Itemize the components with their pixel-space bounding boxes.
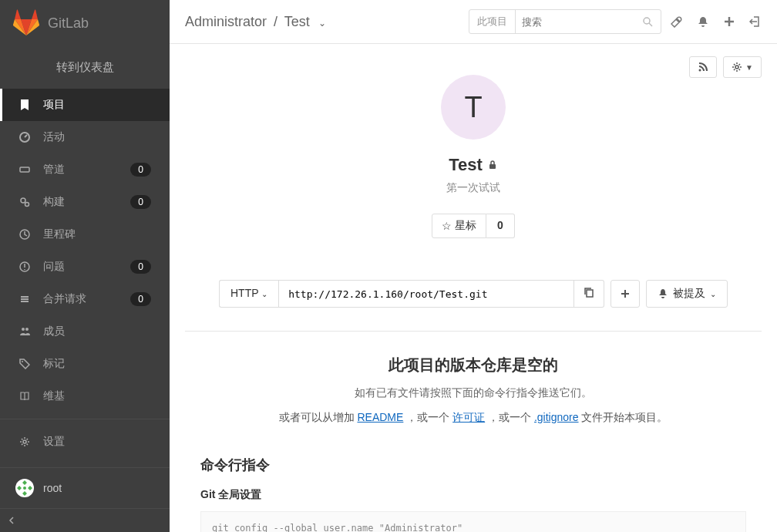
- rss-button[interactable]: [689, 56, 717, 78]
- exclamation-icon: [18, 261, 31, 272]
- sidebar-nav: 项目 活动 管道 0 构建 0 里程碑 问题 0 合并请求 0: [0, 89, 170, 467]
- gears-icon: [18, 197, 31, 207]
- chevron-down-icon: ⌄: [318, 18, 326, 29]
- sidebar-item-settings[interactable]: 设置: [0, 426, 170, 458]
- breadcrumb[interactable]: Administrator / Test ⌄: [185, 14, 469, 30]
- sidebar-item-issues[interactable]: 问题 0: [0, 251, 170, 283]
- chevron-down-icon: ⌄: [261, 290, 267, 298]
- sidebar-item-merge[interactable]: 合并请求 0: [0, 283, 170, 315]
- search-group: 此项目: [469, 9, 661, 34]
- sidebar-collapse[interactable]: [0, 508, 170, 532]
- svg-point-11: [22, 361, 23, 362]
- brand-name: GitLab: [48, 15, 89, 32]
- empty-title: 此项目的版本仓库是空的: [200, 355, 746, 375]
- search-scope[interactable]: 此项目: [469, 10, 516, 33]
- svg-rect-19: [587, 290, 593, 297]
- sidebar-item-label: 维基: [43, 389, 151, 403]
- content-toolbar: ▼: [689, 56, 762, 78]
- empty-subtitle: 如有已有文件请按照下面的命令行指令推送它们。: [200, 386, 746, 400]
- sidebar-item-label: 管道: [43, 163, 130, 177]
- sidebar-item-labels[interactable]: 标记: [0, 348, 170, 380]
- svg-rect-1: [20, 167, 29, 172]
- breadcrumb-owner: Administrator: [185, 14, 267, 29]
- sidebar-item-pipelines[interactable]: 管道 0: [0, 153, 170, 186]
- project-description: 第一次试试: [185, 181, 762, 195]
- svg-point-17: [735, 66, 738, 69]
- search-icon[interactable]: [634, 16, 661, 27]
- sidebar-badge: 0: [130, 260, 151, 274]
- sidebar-item-activity[interactable]: 活动: [0, 121, 170, 153]
- user-name: root: [43, 482, 62, 494]
- chevron-down-icon: ⌄: [710, 290, 716, 298]
- sidebar-item-label: 合并请求: [43, 292, 130, 306]
- bookmark-icon: [18, 99, 31, 110]
- copy-button[interactable]: [574, 280, 604, 308]
- signout-icon[interactable]: [749, 15, 762, 28]
- sidebar-header[interactable]: GitLab: [0, 0, 170, 46]
- gear-icon: [732, 62, 742, 72]
- svg-point-14: [23, 487, 26, 490]
- sidebar-item-project[interactable]: 项目: [0, 89, 170, 121]
- copy-icon: [584, 287, 594, 298]
- sidebar: GitLab 转到仪表盘 项目 活动 管道 0 构建 0 里程碑 问题 0: [0, 0, 170, 532]
- sidebar-badge: 0: [130, 195, 151, 209]
- svg-rect-8: [21, 301, 29, 302]
- project-name: Test: [185, 155, 762, 175]
- bell-icon[interactable]: [697, 15, 709, 28]
- breadcrumb-sep: /: [274, 14, 278, 29]
- sidebar-item-label: 成员: [43, 325, 151, 338]
- merge-icon: [18, 294, 31, 305]
- sidebar-badge: 0: [130, 292, 151, 306]
- breadcrumb-project: Test: [284, 14, 310, 29]
- readme-link[interactable]: README: [357, 411, 403, 423]
- sidebar-user[interactable]: root: [0, 467, 170, 508]
- topbar: Administrator / Test ⌄ 此项目: [170, 0, 777, 44]
- sidebar-item-wiki[interactable]: 维基: [0, 380, 170, 412]
- tags-icon: [18, 359, 31, 369]
- sidebar-item-members[interactable]: 成员: [0, 315, 170, 348]
- sidebar-item-label: 里程碑: [43, 227, 151, 241]
- sidebar-item-label: 活动: [43, 130, 151, 144]
- svg-rect-6: [21, 296, 29, 298]
- project-header: T Test 第一次试试 ☆ 星标 0: [185, 59, 762, 261]
- wrench-icon[interactable]: [671, 15, 683, 28]
- svg-point-16: [699, 69, 701, 72]
- clone-protocol-dropdown[interactable]: HTTP ⌄: [219, 280, 278, 308]
- clock-icon: [18, 229, 31, 240]
- sidebar-item-label: 问题: [43, 260, 130, 274]
- sidebar-badge: 0: [130, 163, 151, 177]
- sidebar-divider: [0, 419, 170, 419]
- svg-point-2: [21, 198, 25, 203]
- plus-icon: [621, 289, 630, 298]
- clone-url-input[interactable]: [278, 280, 574, 308]
- license-link[interactable]: 许可证: [452, 411, 485, 423]
- git-cmd-block[interactable]: git config --global user.name "Administr…: [200, 511, 746, 532]
- gitignore-link[interactable]: .gitignore: [534, 411, 579, 423]
- search-input[interactable]: [516, 12, 634, 32]
- sidebar-item-builds[interactable]: 构建 0: [0, 186, 170, 218]
- star-button[interactable]: ☆ 星标: [432, 214, 486, 238]
- bell-icon: [658, 288, 668, 299]
- empty-repo: 此项目的版本仓库是空的 如有已有文件请按照下面的命令行指令推送它们。 或者可以从…: [185, 331, 762, 532]
- sidebar-item-label: 项目: [43, 98, 151, 112]
- notification-dropdown[interactable]: 被提及 ⌄: [646, 280, 728, 308]
- cmd-title: 命令行指令: [200, 456, 746, 474]
- add-button[interactable]: [610, 280, 640, 308]
- sidebar-item-label: 设置: [43, 435, 151, 449]
- main: Administrator / Test ⌄ 此项目 ▼ T Test: [170, 0, 777, 532]
- plus-icon[interactable]: [723, 15, 735, 28]
- sidebar-item-label: 标记: [43, 357, 151, 371]
- users-icon: [18, 326, 31, 337]
- sidebar-item-label: 构建: [43, 195, 130, 209]
- goto-dashboard[interactable]: 转到仪表盘: [0, 46, 170, 89]
- gitlab-logo-icon: [12, 9, 40, 37]
- sidebar-item-milestones[interactable]: 里程碑: [0, 218, 170, 251]
- lock-icon: [487, 160, 498, 170]
- settings-button[interactable]: ▼: [723, 56, 762, 78]
- svg-point-9: [22, 328, 25, 331]
- pipeline-icon: [18, 164, 31, 175]
- content: ▼ T Test 第一次试试 ☆ 星标 0 HTTP ⌄: [170, 44, 777, 532]
- svg-point-3: [25, 203, 29, 207]
- svg-point-15: [644, 18, 650, 24]
- svg-rect-7: [21, 298, 29, 300]
